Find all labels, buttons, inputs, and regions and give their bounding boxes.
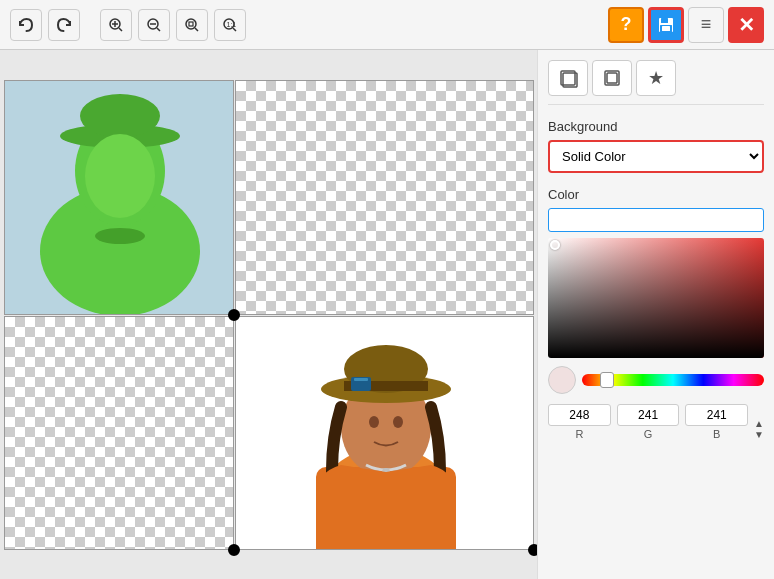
svg-rect-15 bbox=[668, 18, 670, 21]
background-dropdown-wrapper: Solid Color Transparent Gradient Image bbox=[548, 140, 764, 173]
help-button[interactable]: ? bbox=[608, 7, 644, 43]
toolbar: 1:1 ? ≡ ✕ bbox=[0, 0, 774, 50]
right-panel: ★ Background Solid Color Transparent Gra… bbox=[537, 50, 774, 579]
hat-person-image bbox=[236, 317, 534, 550]
save-icon bbox=[657, 16, 675, 34]
redo-button[interactable] bbox=[48, 9, 80, 41]
rgb-r-field: R bbox=[548, 404, 611, 440]
svg-point-24 bbox=[95, 228, 145, 244]
rgb-r-input[interactable] bbox=[548, 404, 611, 426]
star-icon: ★ bbox=[648, 67, 664, 89]
zoom-fit-button[interactable] bbox=[176, 9, 208, 41]
svg-point-35 bbox=[369, 416, 379, 428]
rgb-b-input[interactable] bbox=[685, 404, 748, 426]
tab-properties[interactable] bbox=[592, 60, 632, 96]
hamburger-icon: ≡ bbox=[701, 14, 712, 35]
background-dropdown[interactable]: Solid Color Transparent Gradient Image bbox=[548, 140, 764, 173]
svg-line-8 bbox=[195, 28, 198, 31]
hue-handle[interactable] bbox=[600, 372, 614, 388]
zoom-reset-button[interactable]: 1:1 bbox=[214, 9, 246, 41]
arrow-down-icon: ▼ bbox=[754, 429, 764, 440]
hue-slider[interactable] bbox=[582, 374, 764, 386]
color-picker-area[interactable] bbox=[548, 238, 764, 358]
color-swatch-preview bbox=[548, 366, 576, 394]
svg-point-7 bbox=[186, 19, 196, 29]
svg-rect-34 bbox=[354, 378, 368, 381]
rgb-b-field: B bbox=[685, 404, 748, 440]
toolbar-right-buttons: ? ≡ ✕ bbox=[608, 7, 764, 43]
svg-rect-14 bbox=[661, 18, 668, 23]
green-person-image bbox=[5, 81, 234, 315]
rgb-g-field: G bbox=[617, 404, 680, 440]
canvas-cell-bottom-left bbox=[4, 316, 234, 550]
color-picker-handle[interactable] bbox=[550, 240, 560, 250]
svg-rect-17 bbox=[662, 26, 670, 31]
color-hex-input[interactable] bbox=[548, 208, 764, 232]
close-icon: ✕ bbox=[738, 13, 755, 37]
background-label: Background bbox=[548, 119, 764, 134]
svg-rect-41 bbox=[607, 73, 617, 83]
svg-line-1 bbox=[119, 28, 122, 31]
svg-text:1:1: 1:1 bbox=[227, 21, 237, 28]
color-gradient-brightness bbox=[548, 238, 764, 358]
tab-layers[interactable] bbox=[548, 60, 588, 96]
rgb-r-label: R bbox=[575, 428, 583, 440]
svg-line-11 bbox=[233, 28, 236, 31]
handle-center[interactable] bbox=[228, 309, 240, 321]
menu-button[interactable]: ≡ bbox=[688, 7, 724, 43]
rgb-g-label: G bbox=[644, 428, 653, 440]
svg-line-5 bbox=[157, 28, 160, 31]
undo-button[interactable] bbox=[10, 9, 42, 41]
handle-bottom-left[interactable] bbox=[228, 544, 240, 556]
svg-point-23 bbox=[85, 134, 155, 218]
save-button[interactable] bbox=[648, 7, 684, 43]
rgb-arrows[interactable]: ▲ ▼ bbox=[754, 418, 764, 440]
canvas-cell-top-right bbox=[235, 80, 534, 315]
main-area: ★ Background Solid Color Transparent Gra… bbox=[0, 50, 774, 579]
handle-bottom-right[interactable] bbox=[528, 544, 538, 556]
rgb-g-input[interactable] bbox=[617, 404, 680, 426]
tab-row: ★ bbox=[548, 60, 764, 105]
tab-favorites[interactable]: ★ bbox=[636, 60, 676, 96]
canvas-cell-bottom-right bbox=[235, 316, 534, 550]
zoom-in-button[interactable] bbox=[100, 9, 132, 41]
canvas-area bbox=[0, 50, 537, 579]
canvas-container bbox=[4, 80, 534, 550]
canvas-cell-top-left bbox=[4, 80, 234, 315]
close-button[interactable]: ✕ bbox=[728, 7, 764, 43]
rgb-row: R G B ▲ ▼ bbox=[548, 404, 764, 440]
question-icon: ? bbox=[621, 14, 632, 35]
zoom-out-button[interactable] bbox=[138, 9, 170, 41]
svg-point-22 bbox=[80, 94, 160, 138]
svg-point-36 bbox=[393, 416, 403, 428]
svg-rect-9 bbox=[189, 22, 193, 26]
arrow-up-icon: ▲ bbox=[754, 418, 764, 429]
hue-row bbox=[548, 366, 764, 394]
layers-icon bbox=[558, 68, 578, 88]
color-label: Color bbox=[548, 187, 764, 202]
rgb-b-label: B bbox=[713, 428, 720, 440]
properties-icon bbox=[602, 68, 622, 88]
